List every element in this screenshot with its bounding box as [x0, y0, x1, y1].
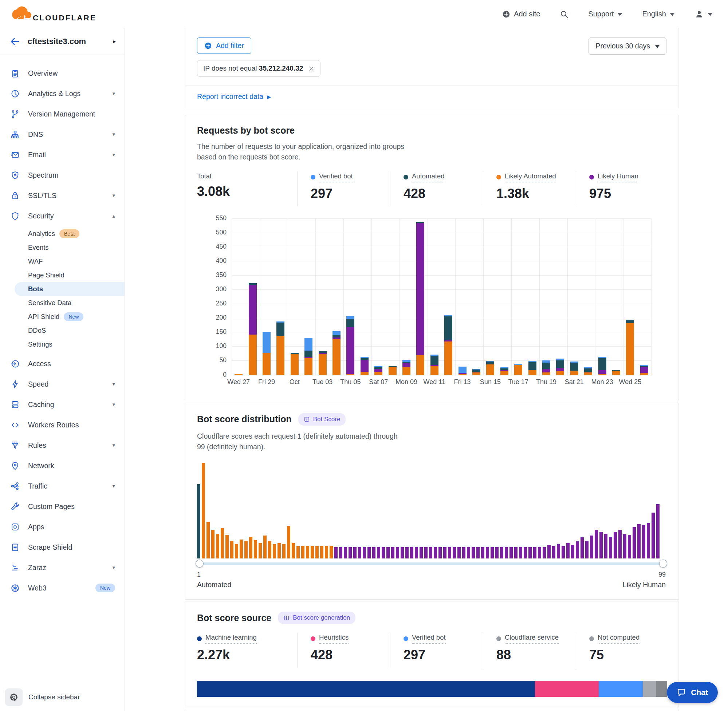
histogram-bar-score-28[interactable] [325, 546, 328, 559]
stacked-bar[interactable] [473, 369, 480, 375]
histogram-bar-score-14[interactable] [258, 543, 262, 559]
histogram-bar-score-76[interactable] [552, 546, 555, 559]
sidebar-item-security-settings[interactable]: Settings [0, 338, 124, 351]
histogram-bar-score-95[interactable] [642, 525, 645, 559]
stat-label[interactable]: Verified bot [412, 633, 446, 644]
histogram-bar-score-37[interactable] [368, 547, 371, 559]
histogram-bar-score-63[interactable] [490, 547, 494, 559]
slider-track[interactable] [197, 562, 666, 565]
sidebar-item-security-page-shield[interactable]: Page Shield [0, 268, 124, 282]
add-site-button[interactable]: Add site [502, 10, 540, 18]
sidebar-item-analytics-logs[interactable]: Analytics & Logs▾ [0, 83, 124, 104]
histogram-bar-score-46[interactable] [410, 547, 413, 559]
histogram-bar-score-30[interactable] [334, 547, 338, 559]
stat-label[interactable]: Likely Human [598, 172, 638, 182]
stat-label[interactable]: Likely Automated [505, 172, 556, 182]
histogram-bar-score-13[interactable] [254, 540, 257, 559]
sidebar-item-rules[interactable]: Rules▾ [0, 435, 124, 456]
cloudflare-logo[interactable]: CLOUDFLARE [8, 6, 96, 23]
support-menu[interactable]: Support [588, 10, 622, 18]
histogram-bar-score-11[interactable] [244, 541, 248, 559]
sidebar-item-version-management[interactable]: Version Management [0, 104, 124, 124]
histogram-bar-score-33[interactable] [348, 547, 352, 559]
language-menu[interactable]: English [642, 10, 675, 18]
histogram-bar-score-75[interactable] [547, 545, 551, 559]
histogram-bar-score-94[interactable] [637, 524, 641, 559]
remove-filter-icon[interactable] [308, 65, 314, 72]
sidebar-item-traffic[interactable]: Traffic▾ [0, 476, 124, 496]
histogram-bar-score-84[interactable] [590, 535, 593, 559]
stacked-bar[interactable] [640, 365, 648, 375]
source-segment-machine-learning[interactable] [197, 681, 535, 697]
source-segment-verified-bot[interactable] [599, 681, 643, 697]
histogram-bar-score-89[interactable] [614, 532, 617, 559]
histogram-bar-score-21[interactable] [292, 543, 295, 559]
histogram-bar-score-19[interactable] [282, 544, 285, 559]
sidebar-item-web3[interactable]: Web3New [0, 578, 124, 598]
histogram-bar-score-74[interactable] [543, 547, 546, 559]
histogram-bar-score-27[interactable] [320, 546, 323, 559]
stacked-bar[interactable] [444, 315, 452, 375]
sidebar-item-caching[interactable]: Caching▾ [0, 394, 124, 415]
stacked-bar[interactable] [304, 338, 313, 375]
histogram-bar-score-29[interactable] [329, 546, 333, 559]
histogram-bar-score-24[interactable] [306, 546, 309, 559]
histogram-bar-score-18[interactable] [278, 543, 281, 559]
sidebar-item-email[interactable]: Email▾ [0, 145, 124, 165]
histogram-bar-score-54[interactable] [448, 547, 451, 559]
histogram-bar-score-43[interactable] [396, 547, 399, 559]
histogram-bar-score-98[interactable] [656, 504, 660, 559]
source-segment-heuristics[interactable] [535, 681, 599, 697]
stat-label[interactable]: Verified bot [319, 172, 353, 182]
histogram-bar-score-80[interactable] [571, 545, 574, 559]
stacked-bar[interactable] [249, 283, 257, 375]
histogram-bar-score-66[interactable] [505, 547, 508, 559]
stat-label[interactable]: Heuristics [319, 633, 348, 644]
histogram-bar-score-16[interactable] [268, 541, 271, 559]
stacked-bar[interactable] [360, 357, 369, 375]
source-segment-not-computed[interactable] [656, 681, 667, 697]
histogram-bar-score-64[interactable] [495, 547, 499, 559]
collapse-sidebar-button[interactable]: Collapse sidebar [5, 689, 80, 706]
histogram-bar-score-62[interactable] [486, 547, 489, 559]
slider-handle-min[interactable] [196, 559, 204, 568]
bot-score-badge[interactable]: Bot Score [298, 413, 346, 426]
stacked-bar[interactable] [542, 360, 550, 375]
stacked-bar[interactable] [570, 361, 578, 375]
histogram-bar-score-42[interactable] [391, 547, 394, 559]
filter-chip[interactable]: IP does not equal 35.212.240.32 [197, 60, 320, 77]
sidebar-item-scrape-shield[interactable]: Scrape Shield [0, 537, 124, 558]
histogram-bar-score-52[interactable] [439, 547, 442, 559]
source-segment-cloudflare-service[interactable] [643, 681, 656, 697]
sidebar-item-overview[interactable]: Overview [0, 63, 124, 83]
stat-label[interactable]: Not computed [598, 633, 639, 644]
sidebar-item-spectrum[interactable]: Spectrum [0, 165, 124, 185]
bot-score-generation-badge[interactable]: Bot score generation [278, 612, 356, 624]
stacked-bar[interactable] [346, 316, 354, 375]
stacked-bar[interactable] [598, 357, 606, 375]
histogram-bar-score-72[interactable] [533, 547, 536, 559]
histogram-bar-score-40[interactable] [382, 547, 385, 559]
stacked-bar[interactable] [263, 332, 270, 375]
chat-button[interactable]: Chat [667, 682, 718, 703]
stacked-bar[interactable] [374, 366, 382, 375]
histogram-bar-score-10[interactable] [240, 540, 243, 559]
search-button[interactable] [560, 10, 569, 19]
sidebar-item-network[interactable]: Network [0, 456, 124, 476]
histogram-bar-score-35[interactable] [358, 547, 361, 559]
histogram-bar-score-97[interactable] [651, 513, 655, 559]
sidebar-item-security[interactable]: Security▴ [0, 206, 124, 226]
gear-icon[interactable] [5, 689, 22, 706]
histogram-bar-score-53[interactable] [443, 547, 446, 559]
stat-label[interactable]: Machine learning [205, 633, 257, 644]
stacked-bar[interactable] [514, 364, 522, 375]
histogram-bar-score-4[interactable] [211, 530, 214, 559]
histogram-bar-score-57[interactable] [462, 547, 465, 559]
histogram-bar-score-65[interactable] [500, 547, 503, 559]
stacked-bar[interactable] [626, 320, 634, 375]
histogram-bar-score-36[interactable] [363, 547, 366, 559]
stacked-bar[interactable] [529, 361, 536, 375]
histogram-bar-score-93[interactable] [633, 527, 636, 559]
histogram-bar-score-77[interactable] [557, 544, 560, 559]
stacked-bar[interactable] [612, 370, 620, 375]
